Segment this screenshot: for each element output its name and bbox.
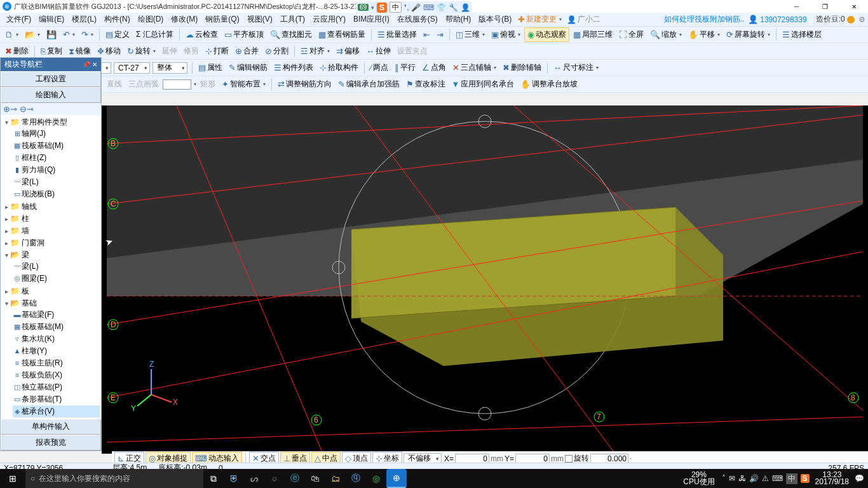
batch-sel-button[interactable]: ☰批量选择 [375, 28, 419, 41]
tray-key-icon[interactable]: ⌨ [772, 474, 783, 483]
menu-online[interactable]: 在线服务(S) [393, 14, 442, 25]
ime-skin-icon[interactable]: 👕 [437, 3, 446, 12]
zoom-button[interactable]: 🔍缩放▾ [648, 28, 684, 41]
task-explorer[interactable]: 🗂 [325, 469, 346, 488]
offset-button[interactable]: ⇉偏移 [334, 44, 362, 58]
ime-user-icon[interactable]: 👤 [461, 3, 470, 12]
collapse-icon[interactable]: ⊖⊸ [20, 104, 34, 114]
edit-rebar-button[interactable]: ✎编辑钢筋 [226, 61, 270, 74]
action-center-icon[interactable]: 💬 [855, 474, 864, 483]
task-dot[interactable]: ○ [264, 469, 285, 488]
task-edge[interactable]: ⓔ [285, 469, 305, 488]
user-menu[interactable]: 👤广小二 [564, 13, 603, 26]
new-change-button[interactable]: ✚新建变更▾ [515, 13, 564, 26]
copy-button[interactable]: ⎘复制 [38, 44, 65, 58]
color-combo[interactable] [163, 79, 191, 90]
adjslope-button[interactable]: ✋调整承台放坡 [518, 78, 580, 91]
maximize-button[interactable]: ❐ [811, 0, 839, 13]
ime-keyboard-icon[interactable]: ⌨ [423, 3, 434, 12]
find-fig-button[interactable]: 🔍查找图元 [268, 28, 315, 41]
menu-draw[interactable]: 绘图(D) [134, 14, 168, 25]
new-button[interactable]: 🗋▾ [3, 29, 21, 41]
menu-edit[interactable]: 编辑(E) [35, 14, 68, 25]
menu-version[interactable]: 版本号(B) [475, 14, 515, 25]
local3d-button[interactable]: ▦局部三维 [571, 28, 615, 41]
move-button[interactable]: ✥移动 [95, 44, 123, 58]
taskview-button[interactable]: ⧉ [203, 469, 224, 488]
adjdir-button[interactable]: ⇄调整钢筋方向 [275, 78, 334, 91]
account-badge[interactable]: 👤13907298339 [748, 15, 806, 24]
menu-file[interactable]: 文件(F) [3, 14, 35, 25]
next-button[interactable]: ⇥ [434, 29, 446, 41]
rotate-checkbox[interactable] [565, 455, 573, 463]
cpu-meter[interactable]: 29%CPU使用 [679, 471, 718, 485]
merge-button[interactable]: ⊕合并 [233, 44, 261, 58]
expand-icon[interactable]: ⊕⊸ [3, 104, 17, 114]
ime-punct-icon[interactable]: ❜, [404, 3, 409, 12]
delaxis-button[interactable]: ✖删除辅轴 [500, 61, 544, 74]
twopt-button[interactable]: ∕两点 [368, 61, 391, 74]
task-360[interactable]: ◎ [366, 469, 386, 488]
section-draw[interactable]: 绘图输入 [1, 87, 101, 103]
tray-sogou[interactable]: S [801, 474, 810, 483]
task-swirl[interactable]: ᔕ [244, 469, 264, 488]
minimize-button[interactable]: ─ [782, 0, 811, 13]
align-button[interactable]: ☲对齐▾ [298, 44, 332, 58]
task-app[interactable]: ⊕ [386, 469, 407, 488]
fullscreen-button[interactable]: ⛶全屏 [616, 28, 646, 41]
dyn-obs-button[interactable]: ◉动态观察 [524, 27, 569, 42]
smart-button[interactable]: ✦智能布置▾ [219, 78, 268, 91]
dim-button[interactable]: ↔尺寸标注▾ [551, 61, 601, 74]
prev-button[interactable]: ⇤ [421, 29, 433, 41]
sel-floor-button[interactable]: ☰选择楼层 [780, 28, 824, 41]
task-shield[interactable]: ⛨ [224, 469, 244, 488]
menu-modify[interactable]: 修改(M) [167, 14, 201, 25]
applysame-button[interactable]: ▼应用到同名承台 [449, 78, 517, 91]
rotate-button[interactable]: ↻旋转▾ [125, 44, 158, 58]
menu-bim[interactable]: BIM应用(I) [349, 14, 393, 25]
clock[interactable]: 13:232017/9/18 [813, 471, 851, 485]
checknote-button[interactable]: ⚑查改标注 [403, 78, 448, 91]
pan-button[interactable]: ✋平移▾ [686, 28, 722, 41]
parallel-button[interactable]: ∥平行 [392, 61, 418, 74]
search-box[interactable]: ○ 在这里输入你要搜索的内容 [25, 469, 203, 488]
line-button[interactable]: 直线 [104, 78, 125, 91]
menu-cloud[interactable]: 云应用(Y) [309, 14, 349, 25]
name-combo[interactable]: CT-27 [114, 62, 150, 74]
open-button[interactable]: 📂▾ [22, 29, 43, 41]
tray-net-icon[interactable]: 🖧 [738, 474, 746, 483]
menu-rebar[interactable]: 钢筋量(Q) [201, 14, 243, 25]
ime-lang[interactable]: 中 [390, 2, 402, 13]
save-button[interactable]: 💾 [44, 29, 59, 41]
view-rebar-button[interactable]: ▦查看钢筋量 [316, 28, 368, 41]
view3d-button[interactable]: ◫三维▾ [453, 28, 487, 41]
ptangle-button[interactable]: ∠点角 [419, 61, 449, 74]
tray-lang[interactable]: 中 [786, 473, 797, 484]
tray-vol-icon[interactable]: 🔊 [749, 474, 759, 483]
pick-button[interactable]: ⊹拾取构件 [317, 61, 361, 74]
menu-floor[interactable]: 楼层(L) [68, 14, 100, 25]
editcap-button[interactable]: ✎编辑承台加强筋 [336, 78, 402, 91]
undo-button[interactable]: ↶▾ [60, 29, 78, 41]
start-button[interactable]: ⊞ [0, 469, 25, 488]
split-button[interactable]: ⊘分割 [262, 44, 291, 58]
settings-icon[interactable]: ⚙ [858, 15, 865, 24]
cloud-check-button[interactable]: ☁云检查 [183, 28, 220, 41]
menu-component[interactable]: 构件(N) [100, 14, 134, 25]
define-button[interactable]: ▤定义 [103, 28, 132, 41]
prop-button[interactable]: ▤属性 [196, 61, 225, 74]
panel-title[interactable]: 模块导航栏📌 ✕ [1, 58, 101, 71]
section-single[interactable]: 单构件输入 [1, 419, 101, 435]
menu-help[interactable]: 帮助(H) [442, 14, 475, 25]
top-view-button[interactable]: ▣俯视▾ [489, 28, 523, 41]
sum-calc-button[interactable]: Σ 汇总计算 [133, 28, 176, 41]
tray-msg-icon[interactable]: ✉ [729, 474, 735, 483]
rect-button[interactable]: 矩形 [198, 78, 218, 91]
extend-button[interactable]: 延伸 [159, 44, 180, 58]
menu-tool[interactable]: 工具(T) [276, 14, 309, 25]
set-grip-button[interactable]: 设置夹点 [395, 44, 430, 58]
ime-tool-icon[interactable]: 🔧 [449, 3, 458, 12]
comp-list-button[interactable]: ☰构件列表 [271, 61, 316, 74]
arc3-button[interactable]: 三点画弧 [126, 78, 161, 91]
ime-toolbar[interactable]: 69 ▾ S 中 ❜, 🎤 ⌨ 👕 🔧 👤 [356, 1, 472, 13]
